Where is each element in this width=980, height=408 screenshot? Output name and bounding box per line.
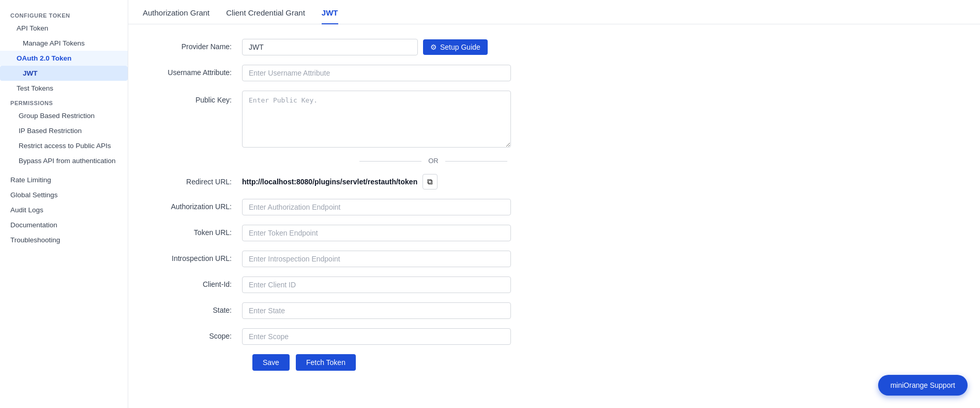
provider-name-input[interactable]	[242, 39, 418, 55]
state-label: State:	[149, 302, 242, 314]
sidebar-item-bypass-api[interactable]: Bypass API from authentication	[0, 153, 128, 168]
public-key-row: Public Key:	[149, 91, 959, 148]
client-id-label: Client-Id:	[149, 276, 242, 288]
scope-label: Scope:	[149, 328, 242, 340]
copy-redirect-url-button[interactable]: ⧉	[423, 174, 438, 190]
tab-bar: Authorization Grant Client Credential Gr…	[128, 0, 980, 24]
introspection-url-input[interactable]	[242, 251, 511, 267]
tab-authorization-grant[interactable]: Authorization Grant	[143, 0, 209, 24]
introspection-url-row: Introspection URL:	[149, 251, 959, 267]
sidebar-item-ip-based[interactable]: IP Based Restriction	[0, 123, 128, 138]
public-key-label: Public Key:	[149, 91, 242, 104]
sidebar-item-global-settings[interactable]: Global Settings	[0, 187, 128, 202]
provider-name-wrap: ⚙ Setup Guide	[242, 39, 511, 55]
fetch-token-button[interactable]: Fetch Token	[296, 354, 356, 371]
permissions-section-label: PERMISSIONS	[0, 96, 128, 108]
authorization-url-wrap	[242, 199, 511, 215]
public-key-wrap	[242, 91, 511, 148]
authorization-url-label: Authorization URL:	[149, 199, 242, 211]
introspection-url-label: Introspection URL:	[149, 251, 242, 263]
jwt-form: Provider Name: ⚙ Setup Guide Username At…	[128, 24, 980, 385]
username-attribute-wrap	[242, 65, 511, 81]
redirect-url-row: Redirect URL: http://localhost:8080/plug…	[149, 174, 959, 190]
username-attribute-row: Username Attribute:	[149, 65, 959, 81]
token-url-wrap	[242, 225, 511, 241]
redirect-url-wrap: http://localhost:8080/plugins/servlet/re…	[242, 174, 511, 190]
provider-name-label: Provider Name:	[149, 39, 242, 51]
main-content: Authorization Grant Client Credential Gr…	[128, 0, 980, 408]
scope-row: Scope:	[149, 328, 959, 345]
sidebar-item-test-tokens[interactable]: Test Tokens	[0, 81, 128, 96]
gear-icon: ⚙	[430, 43, 437, 51]
sidebar-item-group-based[interactable]: Group Based Restriction	[0, 108, 128, 123]
configure-token-section-label: CONFIGURE TOKEN	[0, 8, 128, 21]
scope-input[interactable]	[242, 328, 511, 345]
sidebar-item-jwt[interactable]: JWT	[0, 66, 128, 81]
redirect-url-value: http://localhost:8080/plugins/servlet/re…	[242, 178, 417, 186]
setup-guide-button[interactable]: ⚙ Setup Guide	[423, 39, 488, 55]
state-wrap	[242, 302, 511, 319]
client-id-input[interactable]	[242, 276, 511, 293]
sidebar-item-rate-limiting[interactable]: Rate Limiting	[0, 172, 128, 187]
sidebar-item-documentation[interactable]: Documentation	[0, 217, 128, 232]
sidebar-item-api-token[interactable]: API Token	[0, 21, 128, 36]
authorization-url-row: Authorization URL:	[149, 199, 959, 215]
sidebar-item-troubleshooting[interactable]: Troubleshooting	[0, 232, 128, 247]
sidebar-item-oauth-token[interactable]: OAuth 2.0 Token	[0, 51, 128, 66]
or-divider: OR	[252, 157, 614, 165]
provider-name-row: Provider Name: ⚙ Setup Guide	[149, 39, 959, 55]
sidebar-item-restrict-public[interactable]: Restrict access to Public APIs	[0, 138, 128, 153]
sidebar-item-manage-api-tokens[interactable]: Manage API Tokens	[0, 36, 128, 51]
token-url-row: Token URL:	[149, 225, 959, 241]
client-id-wrap	[242, 276, 511, 293]
state-input[interactable]	[242, 302, 511, 319]
redirect-url-label: Redirect URL:	[149, 174, 242, 186]
sidebar-item-audit-logs[interactable]: Audit Logs	[0, 202, 128, 217]
sidebar: CONFIGURE TOKEN API Token Manage API Tok…	[0, 0, 128, 408]
public-key-textarea[interactable]	[242, 91, 511, 148]
state-row: State:	[149, 302, 959, 319]
username-attribute-label: Username Attribute:	[149, 65, 242, 77]
copy-icon: ⧉	[427, 177, 433, 186]
tab-jwt[interactable]: JWT	[322, 0, 338, 24]
authorization-url-input[interactable]	[242, 199, 511, 215]
username-attribute-input[interactable]	[242, 65, 511, 81]
token-url-label: Token URL:	[149, 225, 242, 237]
scope-wrap	[242, 328, 511, 345]
client-id-row: Client-Id:	[149, 276, 959, 293]
save-button[interactable]: Save	[252, 354, 290, 371]
introspection-url-wrap	[242, 251, 511, 267]
miniorange-support-button[interactable]: miniOrange Support	[878, 375, 968, 396]
token-url-input[interactable]	[242, 225, 511, 241]
action-buttons: Save Fetch Token	[252, 354, 959, 371]
tab-client-credential-grant[interactable]: Client Credential Grant	[226, 0, 305, 24]
